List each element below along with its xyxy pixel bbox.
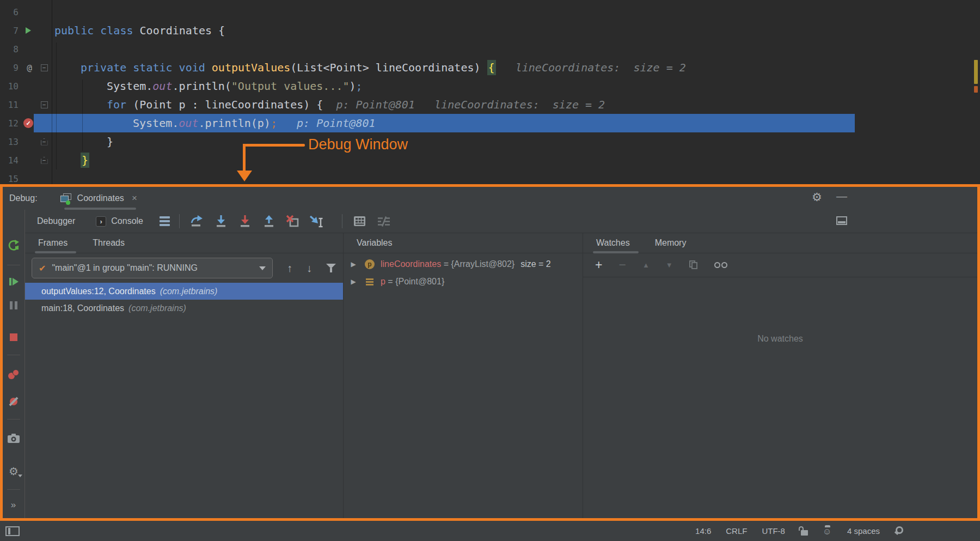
- force-step-into-icon: [238, 215, 252, 228]
- remove-watch-button[interactable]: −: [618, 258, 626, 272]
- error-stripe-mark[interactable]: [974, 86, 978, 93]
- status-bar-widgets: 14:6 CRLF UTF-8 ☺ 4 spaces: [695, 526, 904, 536]
- search-everywhere-icon[interactable]: [895, 526, 904, 536]
- code-line-10[interactable]: 10System.out.println("Output values...")…: [0, 77, 980, 95]
- variable-row[interactable]: ▶plineCoordinates = {ArrayList@802}size …: [344, 256, 583, 273]
- frame-row[interactable]: main:18, Coordinates(com.jetbrains): [25, 300, 343, 317]
- code-line-7[interactable]: 7public class Coordinates {: [0, 21, 980, 40]
- pause-button[interactable]: [3, 299, 24, 312]
- drop-frame-button[interactable]: [285, 214, 301, 228]
- trace-stream-button[interactable]: [376, 214, 392, 228]
- line-ending-widget[interactable]: CRLF: [726, 526, 747, 536]
- error-stripe-warning-mark[interactable]: [974, 60, 978, 84]
- debugger-settings-button[interactable]: [3, 465, 24, 478]
- frame-row[interactable]: outputValues:12, Coordinates(com.jetbrai…: [25, 283, 343, 300]
- mute-breakpoints-button[interactable]: [3, 395, 24, 408]
- code-text[interactable]: System.out.println("Output values...");: [54, 77, 363, 95]
- debug-session-icon: [60, 193, 72, 204]
- view-breakpoints-button[interactable]: [3, 368, 24, 381]
- toolbar-separator: [179, 214, 180, 228]
- code-line-15[interactable]: 15: [0, 169, 980, 184]
- code-text[interactable]: private static void outputValues(List<Po…: [54, 58, 686, 77]
- step-out-icon: [262, 215, 276, 228]
- fold-marker-icon[interactable]: [41, 101, 48, 108]
- run-class-icon[interactable]: [26, 27, 31, 34]
- watches-toolbar: + − ▲ ▼: [583, 253, 977, 277]
- add-watch-button[interactable]: +: [595, 258, 602, 272]
- next-frame-button[interactable]: ↓: [307, 262, 312, 275]
- line-number: 14: [0, 155, 19, 166]
- settings-gear-icon[interactable]: [812, 191, 822, 204]
- layout-menu-icon[interactable]: [160, 216, 170, 226]
- variables-header: Variables: [357, 238, 393, 248]
- show-watches-in-variables-icon[interactable]: [714, 262, 727, 268]
- encoding-widget[interactable]: UTF-8: [762, 526, 785, 536]
- layout-settings-icon[interactable]: [836, 216, 847, 225]
- thread-selector-dropdown[interactable]: "main"@1 in group "main": RUNNING: [32, 258, 273, 278]
- fold-marker-icon[interactable]: [41, 138, 48, 145]
- step-into-button[interactable]: [213, 214, 229, 228]
- annotation-arrow-head: [237, 171, 252, 181]
- code-editor[interactable]: 67public class Coordinates {89@private s…: [0, 0, 980, 184]
- caret-position-widget[interactable]: 14:6: [695, 526, 711, 536]
- code-line-8[interactable]: 8: [0, 40, 980, 58]
- watches-panel: Watches Memory + − ▲ ▼ No watches: [583, 233, 977, 518]
- hide-window-icon[interactable]: —: [836, 190, 847, 203]
- code-text[interactable]: System.out.println(p); p: Point@801: [54, 114, 376, 132]
- step-over-button[interactable]: [189, 214, 205, 228]
- variable-name: p: [381, 277, 385, 287]
- move-watch-down-button[interactable]: ▼: [666, 261, 673, 269]
- gutter-separator: [52, 0, 52, 184]
- breakpoint-icon[interactable]: ✓: [23, 118, 33, 128]
- move-watch-up-button[interactable]: ▲: [642, 261, 650, 269]
- tab-threads[interactable]: Threads: [93, 238, 125, 248]
- hide-frames-filter-icon[interactable]: [326, 263, 336, 273]
- code-line-12[interactable]: 12✓System.out.println(p); p: Point@801: [0, 114, 980, 132]
- evaluate-expression-button[interactable]: [352, 214, 368, 228]
- tab-debugger[interactable]: Debugger: [37, 216, 75, 226]
- thread-dump-button[interactable]: [3, 431, 24, 445]
- indent-info-widget[interactable]: 4 spaces: [847, 526, 880, 536]
- code-text[interactable]: }: [54, 132, 113, 151]
- force-step-into-button[interactable]: [237, 214, 253, 228]
- debug-header: Debug: Coordinates × —: [3, 187, 977, 210]
- code-text[interactable]: public class Coordinates {: [54, 21, 225, 40]
- code-line-6[interactable]: 6: [0, 3, 980, 21]
- code-line-9[interactable]: 9@private static void outputValues(List<…: [0, 58, 980, 77]
- tab-frames[interactable]: Frames: [38, 238, 68, 248]
- code-text[interactable]: for (Point p : lineCoordinates) { p: Poi…: [54, 95, 605, 114]
- stop-button[interactable]: [3, 331, 24, 344]
- tab-console[interactable]: Console: [111, 216, 143, 226]
- expand-arrow-icon[interactable]: ▶: [348, 260, 359, 268]
- toolwindow-toggle-icon[interactable]: [5, 526, 20, 536]
- previous-frame-button[interactable]: ↑: [287, 262, 292, 275]
- code-line-14[interactable]: 14}: [0, 151, 980, 169]
- variable-row[interactable]: ▶p = {Point@801}: [344, 273, 583, 290]
- code-line-13[interactable]: 13}: [0, 132, 980, 151]
- code-line-11[interactable]: 11for (Point p : lineCoordinates) { p: P…: [0, 95, 980, 114]
- toolbar-separator: [342, 214, 342, 228]
- fold-marker-icon[interactable]: [41, 157, 48, 164]
- unlocked-icon[interactable]: [800, 526, 808, 536]
- trace-stream-icon: [377, 216, 390, 227]
- frame-location: main:18, Coordinates: [41, 303, 124, 313]
- fold-marker-icon[interactable]: [41, 64, 48, 71]
- line-number: 6: [0, 7, 19, 17]
- camera-icon: [8, 433, 20, 443]
- inspection-profile-icon[interactable]: ☺: [823, 526, 832, 536]
- code-text[interactable]: }: [54, 151, 89, 169]
- run-to-cursor-button[interactable]: [309, 214, 325, 228]
- rerun-button[interactable]: [3, 239, 24, 252]
- drop-frame-icon: [286, 215, 300, 228]
- tab-memory[interactable]: Memory: [655, 238, 687, 248]
- more-actions-button[interactable]: »: [3, 499, 24, 512]
- debug-session-tab[interactable]: Coordinates ×: [60, 187, 137, 210]
- close-tab-icon[interactable]: ×: [132, 193, 137, 204]
- line-number: 11: [0, 100, 19, 110]
- annotation-arrow-line: [245, 144, 305, 147]
- step-out-button[interactable]: [261, 214, 277, 228]
- resume-button[interactable]: [3, 275, 24, 288]
- duplicate-watch-icon[interactable]: [689, 260, 698, 270]
- tab-watches[interactable]: Watches: [596, 238, 630, 248]
- expand-arrow-icon[interactable]: ▶: [348, 278, 359, 285]
